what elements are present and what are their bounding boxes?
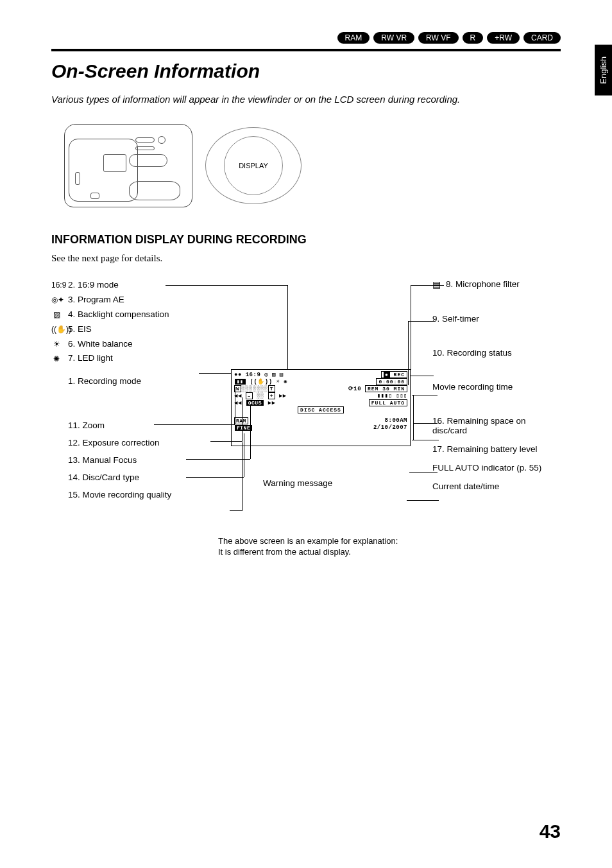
label-169: 2. 16:9 mode: [68, 279, 119, 291]
right-label-column: ▤ 8. Microphone filter 9. Self-timer 10.…: [432, 279, 561, 500]
osd-focus: OCUS: [246, 400, 264, 406]
wb-icon: ☀: [51, 339, 62, 350]
title-rule: [51, 49, 561, 51]
label-eis: 5. EIS: [68, 324, 92, 336]
led-icon: ✺: [51, 354, 62, 365]
diagram-footnote: The above screen is an example for expla…: [218, 536, 411, 558]
osd-rec: REC: [394, 372, 405, 378]
page-title: On-Screen Information: [51, 60, 561, 82]
osd-selftimer: ⟳10: [348, 386, 361, 392]
section-heading: INFORMATION DISPLAY DURING RECORDING: [51, 233, 561, 247]
pill-rwvr: RW VR: [373, 32, 414, 44]
label-zoom: 11. Zoom: [68, 421, 171, 430]
label-manual-focus: 13. Manual Focus: [68, 455, 171, 465]
label-exposure: 12. Exposure correction: [68, 438, 171, 447]
pill-plusrw: +RW: [487, 32, 520, 44]
osd-time: 0:00:00: [376, 378, 407, 385]
osd-top-icons: ●● 16:9 ◎ ▨ ▤: [234, 371, 284, 378]
pill-card: CARD: [523, 32, 561, 44]
label-backlight: 4. Backlight compensation: [68, 309, 169, 321]
label-self-timer: 9. Self-timer: [432, 314, 561, 324]
osd-diagram: 16:92. 16:9 mode ◎✦3. Program AE ▨4. Bac…: [51, 279, 561, 549]
label-recording-mode: 1. Recording mode: [68, 376, 218, 386]
media-type-pills: RAM RW VR RW VF R +RW CARD: [51, 32, 561, 44]
program-ae-icon: ◎✦: [51, 295, 62, 306]
language-tab: English: [595, 45, 612, 96]
camera-illustration: DISPLAY: [64, 117, 263, 214]
osd-disc-access: DISC ACCESS: [298, 406, 344, 413]
section-note: See the next page for details.: [51, 253, 561, 264]
label-program-ae: 3. Program AE: [68, 294, 124, 306]
pill-ram: RAM: [337, 32, 370, 44]
osd-full-auto: FULL AUTO: [369, 399, 407, 406]
pill-r: R: [463, 32, 484, 44]
lcd-screen: ●● 16:9 ◎ ▨ ▤ ● REC ▮▮ ((✋)) ☀ ✺ 0:00:00…: [231, 369, 411, 446]
label-led: 7. LED light: [68, 352, 113, 365]
pill-rwvf: RW VF: [418, 32, 458, 44]
osd-date: 2/10/2007: [373, 424, 407, 431]
label-disc-card: 14. Disc/Card type: [68, 473, 171, 482]
left-label-column: 16:92. 16:9 mode ◎✦3. Program AE ▨4. Bac…: [51, 279, 218, 386]
label-movie-time: Movie recording time: [432, 382, 561, 392]
label-remaining-space: 16. Remaining space on disc/card: [432, 416, 561, 435]
label-battery: 17. Remaining battery level: [432, 444, 561, 454]
mode-169-icon: 16:9: [51, 280, 62, 291]
display-button-callout: DISPLAY: [205, 127, 302, 204]
label-full-auto: FULL AUTO indicator (p. 55): [432, 463, 561, 473]
backlight-icon: ▨: [51, 309, 62, 320]
footnote-line1: The above screen is an example for expla…: [218, 536, 398, 546]
label-wb: 6. White balance: [68, 338, 133, 351]
label-mic-filter: 8. Microphone filter: [446, 279, 520, 289]
label-quality: 15. Movie recording quality: [68, 490, 171, 499]
osd-clock: 8:00AM: [385, 417, 407, 424]
mic-filter-icon: ▤: [432, 279, 441, 290]
label-datetime: Current date/time: [432, 482, 561, 491]
intro-text: Various types of information will appear…: [51, 94, 561, 105]
label-warning-message: Warning message: [263, 478, 332, 488]
osd-rem: REM 30 MIN: [365, 385, 407, 392]
eis-icon: ((✋)): [51, 324, 62, 335]
osd-ram: RAM: [234, 417, 248, 424]
label-rec-status: 10. Recording status: [432, 348, 561, 358]
osd-t: T: [268, 385, 275, 392]
footnote-line2: It is different from the actual display.: [218, 547, 351, 557]
left-bottom-column: 11. Zoom 12. Exposure correction 13. Man…: [68, 421, 171, 507]
page-number: 43: [540, 820, 561, 842]
display-label: DISPLAY: [239, 162, 268, 169]
